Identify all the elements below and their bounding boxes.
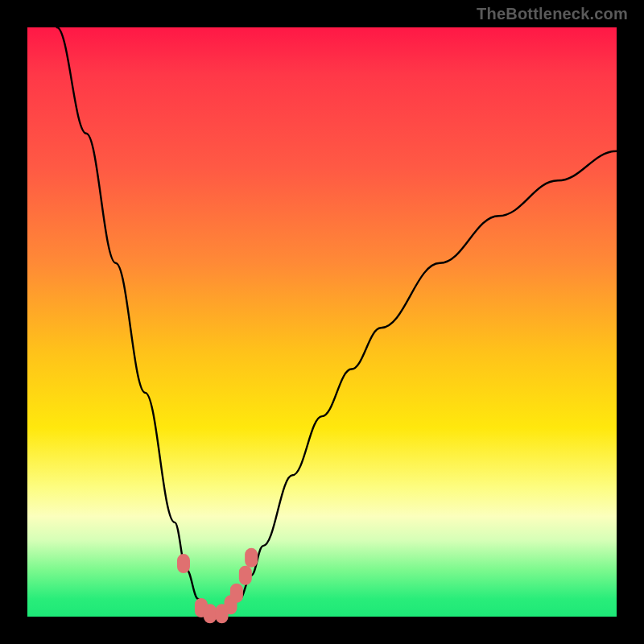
curve-marker [230,584,243,603]
plot-area [27,27,617,617]
watermark-text: TheBottleneck.com [477,5,628,23]
bottleneck-curve [57,27,617,617]
bottleneck-curve-svg [27,27,617,617]
curve-marker [204,604,217,623]
curve-marker [245,548,258,568]
curve-marker [239,566,252,585]
curve-marker [177,554,190,573]
chart-frame: TheBottleneck.com [0,0,644,644]
